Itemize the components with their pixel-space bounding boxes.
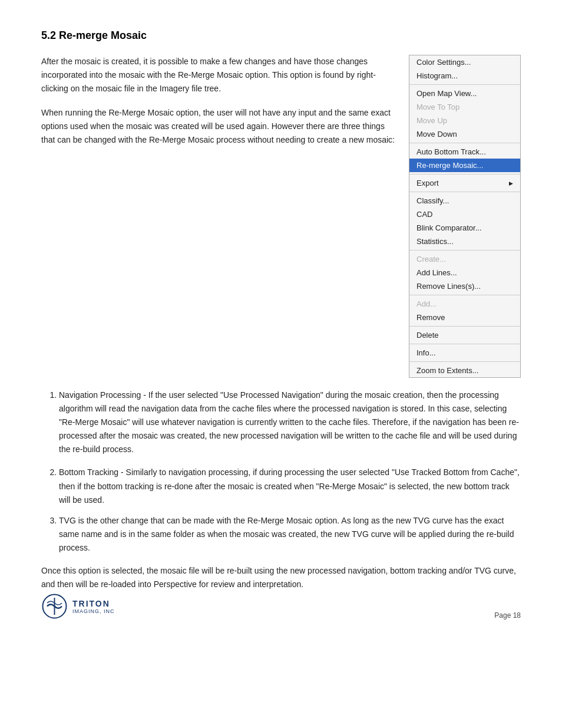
- menu-separator: [409, 192, 520, 192]
- menu-item-blink-comparator---[interactable]: Blink Comparator...: [409, 221, 520, 235]
- menu-item-move-to-top[interactable]: Move To Top: [409, 100, 520, 114]
- menu-separator: [409, 143, 520, 143]
- menu-item-delete[interactable]: Delete: [409, 328, 520, 342]
- menu-item-open-map-view---[interactable]: Open Map View...: [409, 87, 520, 100]
- menu-item-histogram---[interactable]: Histogram...: [409, 69, 520, 83]
- triton-sub: IMAGING, INC: [72, 608, 115, 614]
- menu-item-move-up[interactable]: Move Up: [409, 114, 520, 127]
- list-item-2: Bottom Tracking - Similarly to navigatio…: [59, 466, 521, 506]
- menu-separator: [409, 174, 520, 174]
- menu-item-classify---[interactable]: Classify...: [409, 194, 520, 207]
- menu-item-auto-bottom-track---[interactable]: Auto Bottom Track...: [409, 145, 520, 159]
- closing-paragraph: Once this option is selected, the mosaic…: [41, 564, 521, 591]
- menu-item-re-merge-mosaic---[interactable]: Re-merge Mosaic...: [409, 159, 520, 172]
- menu-item-add-lines---[interactable]: Add Lines...: [409, 266, 520, 279]
- menu-separator: [409, 295, 520, 295]
- triton-name: TRITON: [72, 599, 115, 608]
- list-item-3: TVG is the other change that can be made…: [59, 514, 521, 555]
- menu-separator: [409, 250, 520, 251]
- content-with-menu: After the mosaic is created, it is possi…: [41, 55, 521, 378]
- ordered-list-2: Bottom Tracking - Similarly to navigatio…: [59, 466, 521, 555]
- paragraph-1: After the mosaic is created, it is possi…: [41, 55, 397, 95]
- menu-item-remove-lines-s----[interactable]: Remove Lines(s)...: [409, 279, 520, 293]
- context-menu: Color Settings...Histogram...Open Map Vi…: [409, 55, 521, 378]
- list-item-1: Navigation Processing - If the user sele…: [59, 388, 521, 456]
- page-number: Page 18: [494, 611, 521, 620]
- page-container: 5.2 Re-merge Mosaic After the mosaic is …: [0, 0, 562, 637]
- menu-item-remove[interactable]: Remove: [409, 311, 520, 324]
- menu-item-create---[interactable]: Create...: [409, 252, 520, 266]
- submenu-arrow-icon: ▶: [509, 180, 513, 186]
- menu-item-cad[interactable]: CAD: [409, 207, 520, 221]
- menu-item-add---[interactable]: Add...: [409, 297, 520, 311]
- menu-separator: [409, 344, 520, 344]
- menu-item-move-down[interactable]: Move Down: [409, 127, 520, 141]
- triton-logo: TRITON IMAGING, INC: [41, 593, 115, 620]
- menu-item-zoom-to-extents---[interactable]: Zoom to Extents...: [409, 364, 520, 377]
- triton-text: TRITON IMAGING, INC: [72, 599, 115, 614]
- menu-item-export[interactable]: Export▶: [409, 176, 520, 190]
- menu-separator: [409, 326, 520, 327]
- left-content: After the mosaic is created, it is possi…: [41, 55, 397, 378]
- menu-item-color-settings---[interactable]: Color Settings...: [409, 55, 520, 69]
- paragraph-2: When running the Re-Merge Mosaic option,…: [41, 106, 397, 147]
- section-title: 5.2 Re-merge Mosaic: [41, 29, 521, 42]
- footer: TRITON IMAGING, INC Page 18: [41, 593, 521, 620]
- triton-icon-svg: [41, 593, 68, 620]
- menu-separator: [409, 84, 520, 85]
- menu-separator: [409, 361, 520, 362]
- ordered-list: Navigation Processing - If the user sele…: [59, 388, 521, 456]
- menu-item-statistics---[interactable]: Statistics...: [409, 235, 520, 248]
- menu-item-info---[interactable]: Info...: [409, 346, 520, 360]
